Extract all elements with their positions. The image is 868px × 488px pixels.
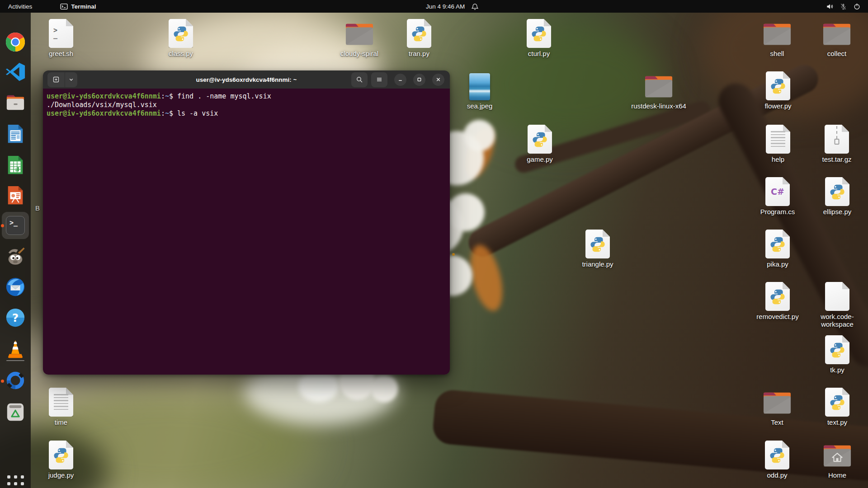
text-file-icon (766, 125, 790, 154)
python-file-icon (49, 441, 73, 469)
icon-label: sea.jpeg (467, 102, 493, 110)
dock-item-calc[interactable] (5, 155, 26, 176)
icon-label: cturl.py (528, 50, 550, 57)
new-tab-icon (52, 76, 60, 83)
minimize-button[interactable] (394, 74, 406, 86)
icon-label: tran.py (409, 50, 429, 57)
clock-button[interactable]: Jun 4 9:46 AM (426, 0, 465, 13)
python-logo (172, 25, 189, 42)
chrome-icon (5, 32, 26, 54)
folder-icon (345, 22, 373, 48)
desktop-icon-tk-py[interactable]: tk.py (808, 335, 867, 374)
partial-icon-label: B (35, 204, 40, 212)
folder-icon (763, 22, 791, 48)
icon-label: flower.py (764, 102, 791, 110)
dock-item-gimp[interactable] (5, 246, 26, 267)
icon-label: cloudy-spiral (340, 50, 378, 57)
icon-label: judge.py (48, 471, 74, 479)
tabs-dropdown-button[interactable] (65, 72, 77, 87)
desktop-icon-collect[interactable]: collect (807, 19, 866, 57)
csharp-file-icon: C# (765, 177, 790, 206)
dock-item-vlc[interactable] (5, 338, 26, 360)
search-icon (356, 76, 363, 83)
dock: >_ ? (0, 13, 31, 488)
terminal-text-segment: ~ (165, 92, 169, 100)
impress-icon (5, 185, 26, 207)
python-file-icon (169, 19, 193, 48)
desktop-icon-program-cs[interactable]: C# Program.cs (748, 177, 807, 216)
desktop-icon-time[interactable]: time (32, 388, 90, 426)
menu-button[interactable] (371, 72, 387, 87)
desktop-icon-shell[interactable]: shell (748, 19, 807, 57)
terminal-text-segment: ~ (165, 109, 169, 117)
rustdesk-icon (5, 370, 26, 392)
running-indicator-dot (1, 380, 4, 383)
microphone-muted-icon (840, 3, 847, 10)
dock-item-trash[interactable] (5, 402, 26, 423)
desktop-icon-sea-jpeg[interactable]: sea.jpeg (450, 71, 509, 110)
close-button[interactable] (432, 74, 444, 86)
icon-label: removedict.py (756, 313, 798, 320)
volume-icon (826, 3, 834, 10)
folder-icon (823, 22, 851, 46)
desktop-icon-removedict-py[interactable]: removedict.py (748, 282, 807, 320)
desktop-icon-pika-py[interactable]: pika.py (748, 230, 807, 268)
desktop-icon-judge-py[interactable]: judge.py (32, 441, 90, 479)
vlc-icon (5, 338, 26, 361)
search-button[interactable] (351, 72, 368, 87)
python-logo (531, 131, 548, 148)
terminal-text-segment: $ ls -a vsix (169, 109, 218, 117)
python-logo (769, 288, 786, 305)
desktop-icon-text-py[interactable]: text.py (808, 388, 867, 426)
python-file-icon (407, 19, 431, 48)
gimp-icon (5, 246, 26, 268)
python-file-icon (825, 388, 849, 417)
power-icon (853, 3, 861, 10)
icon-label: class.py (169, 50, 193, 57)
icon-label: work.code-workspace (816, 313, 858, 328)
python-logo (829, 394, 846, 411)
terminal-content[interactable]: user@iv-yds6oxrdvkcva4f6nnmi:~$ find . -… (43, 89, 450, 375)
desktop-icon-home[interactable]: Home (808, 441, 867, 479)
desktop-icon-rustdesk-linux-x64[interactable]: rustdesk-linux-x64 (629, 71, 688, 110)
desktop-icon-help[interactable]: help (749, 125, 807, 163)
desktop-icon-cturl-py[interactable]: cturl.py (509, 19, 568, 57)
maximize-button[interactable] (413, 74, 425, 86)
desktop-icon-odd-py[interactable]: odd.py (748, 441, 807, 479)
desktop-icon-cloudy-spiral[interactable]: cloudy-spiral (330, 19, 389, 57)
dock-item-chrome[interactable] (5, 32, 26, 53)
desktop-icon-test-tar-gz[interactable]: test.tar.gz (807, 125, 866, 163)
notification-bell-icon[interactable] (471, 3, 479, 10)
python-logo (589, 236, 606, 253)
desktop-icon-tran-py[interactable]: tran.py (390, 19, 448, 57)
dock-item-files[interactable] (5, 93, 26, 114)
desktop-icon-text[interactable]: Text (748, 388, 807, 426)
folder-icon (823, 22, 851, 48)
trash-icon (5, 402, 26, 424)
desktop-icon-class-py[interactable]: class.py (151, 19, 210, 57)
app-menu[interactable]: Terminal (60, 3, 96, 10)
calc-icon (5, 155, 26, 177)
icon-label: Program.cs (760, 208, 795, 216)
activities-button[interactable]: Activities (4, 0, 37, 13)
desktop-icon-work-code-workspace[interactable]: work.code-workspace (808, 282, 867, 328)
dock-item-thunderbird[interactable] (5, 277, 26, 298)
dock-item-show-apps[interactable] (5, 473, 26, 488)
icon-label: shell (770, 50, 784, 57)
desktop-icon-triangle-py[interactable]: triangle.py (568, 230, 627, 268)
system-status-area[interactable] (823, 0, 863, 13)
dock-item-vscode[interactable] (5, 61, 26, 83)
desktop-icon-ellipse-py[interactable]: ellipse.py (808, 177, 867, 216)
desktop-icon-game-py[interactable]: game.py (510, 125, 569, 163)
dock-item-impress[interactable] (5, 185, 26, 206)
maximize-icon (416, 76, 423, 83)
dock-item-help[interactable]: ? (5, 307, 26, 329)
dock-item-writer[interactable] (5, 123, 26, 145)
new-tab-button[interactable] (47, 72, 65, 87)
desktop-icon-greet-sh[interactable]: >_ greet.sh (32, 19, 90, 57)
dock-item-rustdesk[interactable] (5, 370, 26, 392)
dock-item-terminal[interactable]: >_ (5, 215, 26, 236)
desktop-icon-flower-py[interactable]: flower.py (749, 71, 807, 110)
terminal-titlebar[interactable]: user@iv-yds6oxrdvkcva4f6nnmi: ~ (43, 70, 450, 89)
icon-label: game.py (527, 155, 553, 163)
